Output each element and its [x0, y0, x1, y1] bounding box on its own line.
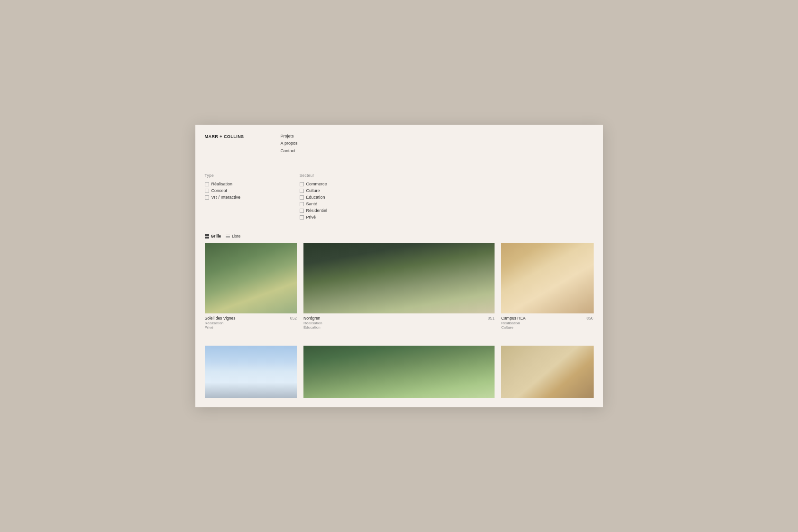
- project-number-soleil: 052: [290, 316, 297, 321]
- filter-type-group: Type Réalisation Concept VR / Interactiv…: [205, 173, 300, 221]
- project-card-nordgren[interactable]: Nordgren 051 Réalisation Éducation: [303, 243, 495, 330]
- checkbox-education[interactable]: [300, 195, 304, 200]
- filter-realisation-label: Réalisation: [211, 182, 233, 186]
- project-type-campus: Réalisation: [501, 321, 594, 325]
- project-image-nordgren: [303, 243, 495, 313]
- checkbox-residentiel[interactable]: [300, 209, 304, 213]
- nav-apropos[interactable]: À propos: [281, 140, 298, 147]
- checkbox-realisation[interactable]: [205, 182, 209, 186]
- project-title-nordgren: Nordgren: [303, 316, 320, 321]
- filter-residentiel[interactable]: Résidentiel: [300, 208, 394, 213]
- checkbox-vr[interactable]: [205, 195, 209, 200]
- checkbox-prive[interactable]: [300, 215, 304, 220]
- checkbox-commerce[interactable]: [300, 182, 304, 186]
- filters-section: Type Réalisation Concept VR / Interactiv…: [195, 160, 603, 231]
- project-image-campus: [501, 243, 594, 313]
- filter-education[interactable]: Éducation: [300, 195, 394, 200]
- project-meta-campus: Campus HEA 050 Réalisation Culture: [501, 313, 594, 330]
- project-card-forest[interactable]: [303, 346, 495, 398]
- filter-prive-label: Privé: [306, 215, 316, 220]
- filter-residentiel-label: Résidentiel: [306, 208, 328, 213]
- browser-window: MARR + COLLINS Projets À propos Contact …: [195, 125, 603, 408]
- filter-culture[interactable]: Culture: [300, 188, 394, 193]
- project-image-tower: [205, 346, 297, 398]
- filter-realisation[interactable]: Réalisation: [205, 182, 300, 186]
- list-icon: [226, 234, 230, 238]
- project-number-nordgren: 051: [488, 316, 495, 321]
- grid-icon: [205, 234, 209, 238]
- project-sector-nordgren: Éducation: [303, 325, 495, 330]
- filter-commerce-label: Commerce: [306, 182, 327, 186]
- checkbox-sante[interactable]: [300, 202, 304, 206]
- project-type-soleil: Réalisation: [205, 321, 297, 325]
- nav: Projets À propos Contact: [281, 133, 298, 155]
- project-number-campus: 050: [587, 316, 593, 321]
- filter-culture-label: Culture: [306, 188, 320, 193]
- project-card-soleil[interactable]: Soleil des Vignes 052 Réalisation Privé: [205, 243, 297, 330]
- filter-concept-label: Concept: [211, 188, 228, 193]
- filter-education-label: Éducation: [306, 195, 325, 200]
- projects-grid-row2: [195, 346, 603, 407]
- project-sector-campus: Culture: [501, 325, 594, 330]
- filter-vr-label: VR / Interactive: [211, 195, 241, 200]
- project-meta-soleil: Soleil des Vignes 052 Réalisation Privé: [205, 313, 297, 330]
- filter-type-label: Type: [205, 173, 300, 178]
- project-image-forest: [303, 346, 495, 398]
- filter-vr[interactable]: VR / Interactive: [205, 195, 300, 200]
- header: MARR + COLLINS Projets À propos Contact: [195, 125, 603, 160]
- filter-concept[interactable]: Concept: [205, 188, 300, 193]
- filter-sante[interactable]: Santé: [300, 202, 394, 206]
- nav-projets[interactable]: Projets: [281, 133, 298, 140]
- view-toggle: Grille Liste: [195, 231, 603, 243]
- filter-commerce[interactable]: Commerce: [300, 182, 394, 186]
- grid-view-label: Grille: [211, 234, 221, 238]
- nav-contact[interactable]: Contact: [281, 148, 298, 155]
- grid-view-button[interactable]: Grille: [205, 234, 221, 238]
- list-view-label: Liste: [232, 234, 240, 238]
- project-image-soleil: [205, 243, 297, 313]
- project-image-arch: [501, 346, 594, 398]
- project-title-soleil: Soleil des Vignes: [205, 316, 236, 321]
- logo[interactable]: MARR + COLLINS: [205, 133, 281, 139]
- project-card-tower[interactable]: [205, 346, 297, 398]
- checkbox-concept[interactable]: [205, 189, 209, 193]
- filter-sector-group: Secteur Commerce Culture Éducation Santé…: [300, 173, 394, 221]
- project-meta-nordgren: Nordgren 051 Réalisation Éducation: [303, 313, 495, 330]
- list-view-button[interactable]: Liste: [226, 234, 240, 238]
- filter-prive[interactable]: Privé: [300, 215, 394, 220]
- filter-sante-label: Santé: [306, 202, 318, 206]
- projects-grid: Soleil des Vignes 052 Réalisation Privé …: [195, 243, 603, 339]
- project-card-campus[interactable]: Campus HEA 050 Réalisation Culture: [501, 243, 594, 330]
- project-card-arch[interactable]: [501, 346, 594, 398]
- project-title-campus: Campus HEA: [501, 316, 526, 321]
- filter-sector-label: Secteur: [300, 173, 394, 178]
- checkbox-culture[interactable]: [300, 189, 304, 193]
- project-type-nordgren: Réalisation: [303, 321, 495, 325]
- project-sector-soleil: Privé: [205, 325, 297, 330]
